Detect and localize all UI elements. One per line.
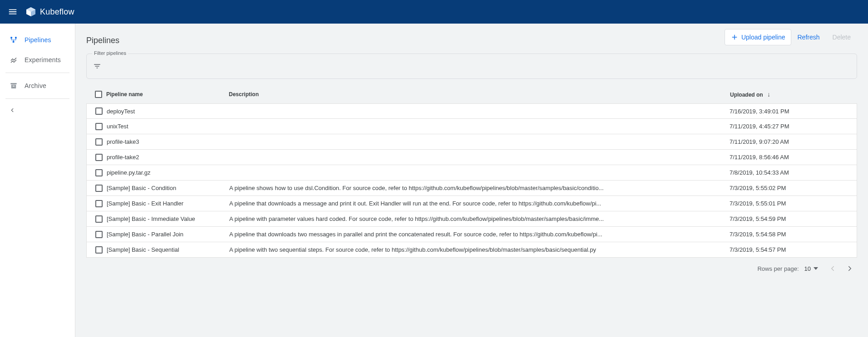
table-row[interactable]: [Sample] Basic - Immediate ValueA pipeli…	[86, 211, 857, 227]
col-header-uploaded[interactable]: Uploaded on ↓	[730, 91, 853, 98]
sidebar-item-pipelines[interactable]: Pipelines	[0, 30, 75, 50]
row-uploaded: 7/11/2019, 4:45:27 PM	[730, 123, 852, 130]
sidebar-separator	[5, 73, 69, 73]
row-select-cell	[91, 200, 107, 207]
row-uploaded: 7/3/2019, 5:54:57 PM	[730, 246, 852, 253]
plus-icon	[730, 33, 739, 41]
svg-rect-7	[11, 85, 16, 88]
row-select-cell	[91, 154, 107, 161]
row-uploaded: 7/16/2019, 3:49:01 PM	[730, 108, 852, 115]
col-header-description[interactable]: Description	[229, 91, 730, 98]
sidebar-item-label: Experiments	[25, 56, 61, 63]
select-all-checkbox[interactable]	[95, 91, 102, 98]
chevron-left-icon	[829, 264, 837, 273]
row-checkbox[interactable]	[95, 185, 103, 192]
svg-rect-5	[13, 41, 15, 43]
row-checkbox[interactable]	[95, 107, 103, 115]
table-row[interactable]: deployTest7/16/2019, 3:49:01 PM	[86, 103, 857, 119]
refresh-button[interactable]: Refresh	[791, 29, 826, 45]
table-row[interactable]: [Sample] Basic - ConditionA pipeline sho…	[86, 181, 857, 196]
filter-list-icon	[93, 62, 101, 70]
row-uploaded: 7/11/2019, 9:07:20 AM	[730, 138, 852, 145]
sidebar-item-archive[interactable]: Archive	[0, 76, 75, 96]
row-select-cell	[91, 107, 107, 115]
table-row[interactable]: profile-take37/11/2019, 9:07:20 AM	[86, 134, 857, 150]
top-app-bar: Kubeflow	[0, 0, 868, 24]
next-page-button[interactable]	[843, 261, 857, 276]
rows-per-page-value: 10	[804, 265, 811, 272]
row-name: [Sample] Basic - Parallel Join	[107, 231, 229, 238]
row-uploaded: 7/3/2019, 5:54:58 PM	[730, 231, 852, 238]
chevron-left-icon	[9, 107, 15, 113]
chevron-right-icon	[846, 264, 854, 273]
row-name: pipeline.py.tar.gz	[107, 169, 229, 176]
table-row[interactable]: pipeline.py.tar.gz7/8/2019, 10:54:33 AM	[86, 165, 857, 181]
table-row[interactable]: [Sample] Basic - SequentialA pipeline wi…	[86, 242, 857, 258]
menu-button[interactable]	[4, 3, 22, 21]
upload-pipeline-button[interactable]: Upload pipeline	[725, 29, 791, 45]
table-row[interactable]: unixTest7/11/2019, 4:45:27 PM	[86, 119, 857, 134]
row-name: [Sample] Basic - Immediate Value	[107, 215, 229, 222]
row-select-cell	[91, 231, 107, 238]
row-description: A pipeline that downloads two messages i…	[229, 231, 730, 238]
filter-input[interactable]: Filter pipelines	[86, 54, 857, 79]
col-header-name[interactable]: Pipeline name	[106, 91, 229, 98]
prev-page-button[interactable]	[825, 261, 840, 276]
row-name: [Sample] Basic - Exit Handler	[107, 200, 229, 207]
row-select-cell	[91, 138, 107, 146]
sidebar-item-experiments[interactable]: Experiments	[0, 50, 75, 70]
row-description: A pipeline with two sequential steps. Fo…	[229, 246, 730, 253]
row-select-cell	[91, 185, 107, 192]
row-description: A pipeline with parameter values hard co…	[229, 215, 730, 222]
table-header-row: Pipeline name Description Uploaded on ↓	[86, 85, 857, 103]
row-name: [Sample] Basic - Sequential	[107, 246, 229, 253]
pipelines-icon	[9, 35, 18, 44]
rows-per-page-select[interactable]: 10	[804, 265, 818, 272]
sidebar-item-label: Archive	[25, 82, 46, 89]
row-select-cell	[91, 215, 107, 223]
kubeflow-logo-icon	[25, 6, 36, 17]
table-row[interactable]: [Sample] Basic - Parallel JoinA pipeline…	[86, 227, 857, 242]
rows-per-page-label: Rows per page:	[757, 265, 799, 272]
row-checkbox[interactable]	[95, 138, 103, 146]
sort-desc-icon: ↓	[767, 91, 770, 98]
row-description: A pipeline that downloads a message and …	[229, 200, 730, 207]
row-checkbox[interactable]	[95, 246, 103, 254]
filter-label: Filter pipelines	[92, 50, 128, 56]
row-uploaded: 7/8/2019, 10:54:33 AM	[730, 169, 852, 176]
row-name: [Sample] Basic - Condition	[107, 185, 229, 191]
brand-logo[interactable]: Kubeflow	[25, 6, 74, 17]
row-select-cell	[91, 169, 107, 176]
archive-icon	[9, 81, 18, 90]
row-name: unixTest	[107, 123, 229, 130]
table-footer: Rows per page: 10	[86, 258, 857, 279]
sidebar-separator	[5, 98, 69, 99]
upload-pipeline-label: Upload pipeline	[741, 34, 785, 41]
row-checkbox[interactable]	[95, 200, 103, 207]
row-uploaded: 7/3/2019, 5:55:01 PM	[730, 200, 852, 207]
row-description: A pipeline shows how to use dsl.Conditio…	[229, 185, 730, 191]
delete-label: Delete	[833, 34, 851, 41]
select-all-cell	[91, 91, 106, 98]
sidebar-collapse-button[interactable]	[0, 102, 75, 119]
table-row[interactable]: [Sample] Basic - Exit HandlerA pipeline …	[86, 196, 857, 211]
svg-rect-3	[10, 37, 12, 39]
pipelines-table: Pipeline name Description Uploaded on ↓ …	[86, 85, 857, 279]
row-checkbox[interactable]	[95, 215, 103, 223]
delete-button[interactable]: Delete	[826, 29, 857, 45]
svg-rect-8	[13, 86, 15, 87]
row-name: profile-take3	[107, 138, 229, 145]
row-uploaded: 7/3/2019, 5:55:02 PM	[730, 185, 852, 191]
page-header: Pipelines Upload pipeline Refresh Delete	[86, 24, 857, 51]
table-row[interactable]: profile-take27/11/2019, 8:56:46 AM	[86, 150, 857, 165]
row-checkbox[interactable]	[95, 154, 103, 161]
refresh-label: Refresh	[798, 34, 820, 41]
svg-rect-4	[15, 37, 17, 39]
row-select-cell	[91, 123, 107, 130]
row-checkbox[interactable]	[95, 169, 103, 176]
row-checkbox[interactable]	[95, 231, 103, 238]
row-uploaded: 7/11/2019, 8:56:46 AM	[730, 154, 852, 161]
row-select-cell	[91, 246, 107, 254]
row-checkbox[interactable]	[95, 123, 103, 130]
row-name: profile-take2	[107, 154, 229, 161]
